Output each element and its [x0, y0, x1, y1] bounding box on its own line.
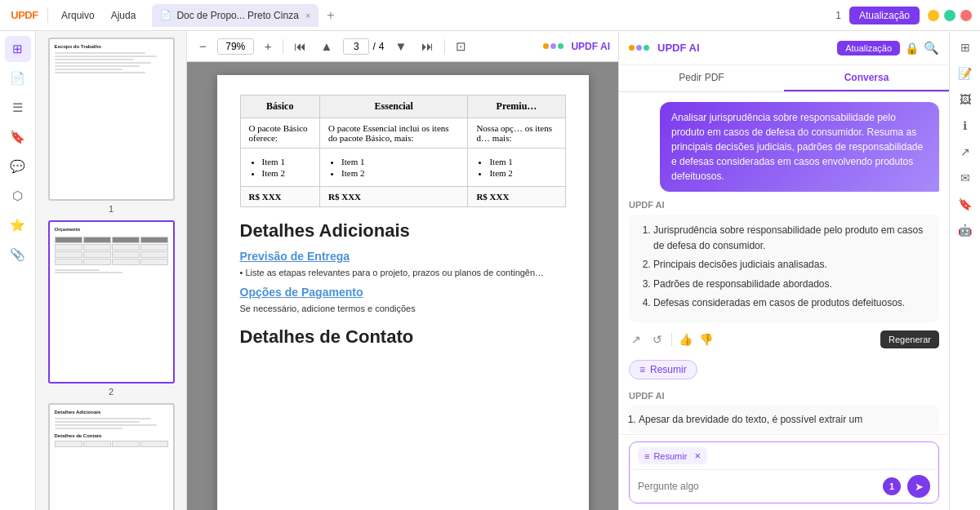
add-tab-button[interactable]: +	[322, 7, 339, 24]
right-icon-bookmark[interactable]: 🔖	[954, 193, 977, 215]
refresh-button[interactable]: ↺	[650, 330, 665, 348]
resumir-badge-close-button[interactable]: ×	[694, 450, 701, 462]
menu-arquivo[interactable]: Arquivo	[55, 7, 101, 24]
sidebar-item-document[interactable]: 📄	[5, 65, 31, 91]
ai-response-actions-1: ↗ ↺ 👍 👎 Regenerar	[629, 327, 939, 352]
sidebar-item-stamps[interactable]: ⬡	[5, 183, 31, 209]
right-icon-image[interactable]: 🖼	[954, 88, 977, 111]
sidebar-item-organize[interactable]: ☰	[5, 95, 31, 121]
viewer-with-toolbar: − 79% + ⏮ ▲ / 4 ▼ ⏭ ⊡	[187, 31, 618, 510]
essencial-price: R$ XXX	[320, 187, 468, 207]
subsection-previsao: Previsão de Entrega	[240, 250, 566, 263]
zoom-value[interactable]: 79%	[217, 38, 254, 55]
ai-response-1: UPDF AI Jurisprudência sobre responsabil…	[629, 200, 939, 352]
zoom-in-button[interactable]: +	[261, 37, 276, 55]
sidebar-item-home[interactable]: ⊞	[5, 36, 31, 62]
page-sep: /	[372, 41, 375, 52]
ai-dots	[543, 43, 564, 49]
tab-doc-icon: 📄	[160, 10, 172, 20]
right-icon-page-text[interactable]: 📝	[954, 62, 977, 85]
ai-response-body-1: Jurisprudência sobre responsabilidade pe…	[629, 215, 939, 322]
thumbs-up-button[interactable]: 👍	[679, 333, 693, 346]
ai-list-item-2: Principais decisões judiciais analisadas…	[653, 257, 929, 273]
close-button[interactable]	[960, 10, 972, 21]
essencial-desc: O pacote Essencial inclui os itens do pa…	[320, 118, 468, 149]
col-premium: Premiu…	[468, 95, 565, 118]
nav-first-button[interactable]: ⏮	[290, 37, 310, 55]
pdf-page: Básico Essencial Premiu… O pacote Básico…	[217, 75, 589, 510]
app-logo: UPDF	[8, 7, 41, 24]
tab-label: Doc de Propo... Preto Cinza	[176, 10, 298, 21]
nav-prev-button[interactable]: ▲	[317, 37, 337, 55]
window-controls	[928, 10, 972, 21]
nav-next-button[interactable]: ▼	[390, 37, 411, 55]
update-button[interactable]: Atualização	[849, 7, 920, 24]
sidebar-item-comments[interactable]: 💬	[5, 153, 31, 180]
right-icon-mail[interactable]: ✉	[954, 166, 977, 189]
resumir-badge-icon: ≡	[644, 451, 649, 461]
premium-items: Item 1 Item 2	[468, 149, 565, 187]
essencial-items: Item 1 Item 2	[320, 149, 468, 187]
right-icon-ai[interactable]: 🤖	[954, 219, 977, 242]
resumir-pill[interactable]: ≡ Resumir	[629, 360, 697, 379]
zoom-out-button[interactable]: −	[195, 37, 211, 55]
toolbar-right: UPDF AI	[543, 41, 610, 52]
tab-conversa[interactable]: Conversa	[784, 65, 949, 91]
premium-item-2: Item 2	[489, 168, 556, 178]
ai-header-dots	[629, 45, 649, 51]
nav-last-button[interactable]: ⏭	[417, 37, 438, 55]
table-row-desc: O pacote Básico oferece: O pacote Essenc…	[240, 118, 565, 149]
tab-area: 📄 Doc de Propo... Preto Cinza × +	[152, 4, 339, 27]
right-icon-share[interactable]: ↗	[954, 140, 977, 163]
ai-list-item-1: Jurisprudência sobre responsabilidade pe…	[653, 223, 929, 254]
page-input[interactable]	[343, 38, 369, 55]
maximize-button[interactable]	[944, 10, 956, 21]
basico-item-1: Item 1	[262, 157, 312, 166]
thumbnail-panel: Escopo do Trabalho 1 Orçamento	[36, 31, 187, 510]
thumbnail-num-1: 1	[109, 204, 114, 214]
subsection-pagamento: Opções de Pagamento	[240, 286, 566, 299]
basico-desc: O pacote Básico oferece:	[240, 118, 320, 149]
thumbnail-2[interactable]: Orçamento	[42, 220, 180, 397]
col-basico: Básico	[240, 95, 320, 118]
ai-input-area: ≡ Resumir × 1 ➤	[619, 434, 949, 510]
fit-page-button[interactable]: ⊡	[452, 37, 470, 56]
sidebar-item-attachments[interactable]: 📎	[5, 242, 31, 268]
ai-input-box: ≡ Resumir × 1 ➤	[629, 441, 939, 503]
tab-close-button[interactable]: ×	[305, 11, 310, 20]
ai-search-icon[interactable]: 🔍	[924, 41, 939, 55]
topbar-divider	[47, 8, 48, 23]
menu-ajuda[interactable]: Ajuda	[105, 7, 143, 24]
action-separator	[671, 333, 672, 346]
ai-list-item-3: Padrões de responsabilidade abordados.	[653, 277, 929, 292]
thumbnail-1[interactable]: Escopo do Trabalho 1	[42, 38, 180, 214]
user-message: Analisar jurisprudência sobre responsabi…	[660, 102, 939, 192]
thumbnail-3[interactable]: Detalhes Adicionais Detalhes de Contato …	[42, 403, 180, 510]
ai-logo-text: UPDF AI	[571, 41, 610, 52]
right-icon-info[interactable]: ℹ	[954, 114, 977, 137]
thumbs-down-button[interactable]: 👎	[699, 333, 713, 346]
sidebar-item-bookmarks[interactable]: 🔖	[5, 124, 31, 150]
resumir-badge-label: Resumir	[653, 451, 687, 461]
ai-tabs: Pedir PDF Conversa	[619, 65, 949, 92]
thumb-table-3	[55, 441, 168, 447]
ai-send-button[interactable]: ➤	[907, 475, 930, 498]
ai-text-input[interactable]	[638, 481, 876, 492]
external-link-button[interactable]: ↗	[629, 330, 644, 348]
updf-ai-logo: UPDF AI	[543, 41, 610, 52]
thumb-table-2	[55, 237, 168, 265]
thumbnail-image-1: Escopo do Trabalho	[48, 38, 175, 201]
resumir-badge: ≡ Resumir ×	[638, 447, 707, 464]
premium-desc: Nossa opç… os itens d… mais:	[468, 118, 565, 149]
page-navigator: 1	[835, 10, 841, 21]
regenerate-tooltip: Regenerar	[880, 330, 939, 348]
right-icon-grid[interactable]: ⊞	[954, 36, 977, 59]
main-layout: ⊞ 📄 ☰ 🔖 💬 ⬡ ⭐ 📎 Escopo do Trabalho 1	[0, 31, 980, 510]
minimize-button[interactable]	[928, 10, 939, 21]
basico-item-2: Item 2	[262, 168, 312, 178]
active-tab[interactable]: 📄 Doc de Propo... Preto Cinza ×	[152, 4, 318, 27]
sidebar-item-stickers[interactable]: ⭐	[5, 212, 31, 238]
resumir-pill-icon: ≡	[639, 364, 645, 375]
ai-update-button[interactable]: Atualização	[837, 41, 900, 55]
tab-pedir-pdf[interactable]: Pedir PDF	[619, 65, 784, 91]
